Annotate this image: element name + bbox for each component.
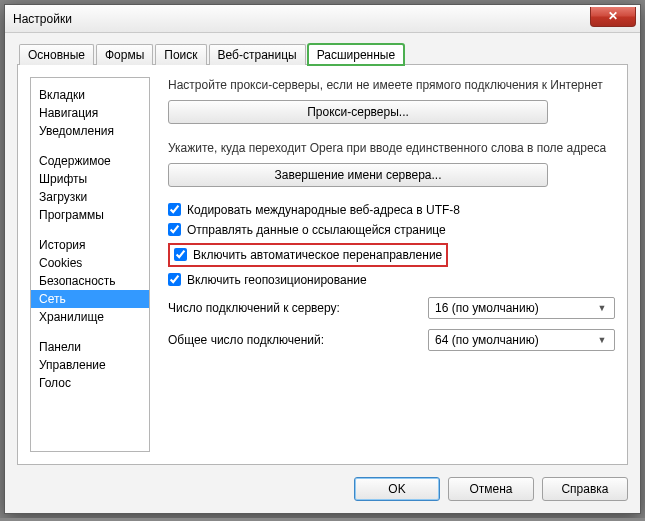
dialog-footer: OK Отмена Справка (17, 465, 628, 501)
settings-window: Настройки ✕ Основные Формы Поиск Веб-стр… (4, 4, 641, 514)
checkbox-row-referer: Отправлять данные о ссылающейся странице (168, 223, 615, 237)
connections-total-label: Общее число подключений: (168, 333, 428, 347)
checkbox-utf8[interactable] (168, 203, 181, 216)
close-button[interactable]: ✕ (590, 7, 636, 27)
server-completion-description: Укажите, куда переходит Opera при вводе … (168, 140, 615, 157)
sidebar-group: ВкладкиНавигацияУведомления (31, 84, 149, 150)
tab-panel: ВкладкиНавигацияУведомленияСодержимоеШри… (17, 65, 628, 465)
tab-search[interactable]: Поиск (155, 44, 206, 65)
proxy-description: Настройте прокси-серверы, если не имеете… (168, 77, 615, 94)
connections-total-combo[interactable]: 64 (по умолчанию) ▼ (428, 329, 615, 351)
checkbox-redirect-label: Включить автоматическое перенаправление (193, 248, 442, 262)
checkbox-row-geo: Включить геопозиционирование (168, 273, 615, 287)
checkbox-geo[interactable] (168, 273, 181, 286)
chevron-down-icon: ▼ (594, 303, 610, 313)
connections-server-combo[interactable]: 16 (по умолчанию) ▼ (428, 297, 615, 319)
connections-total-value: 64 (по умолчанию) (435, 333, 539, 347)
tab-webpages[interactable]: Веб-страницы (209, 44, 306, 65)
titlebar: Настройки ✕ (5, 5, 640, 33)
tab-forms[interactable]: Формы (96, 44, 153, 65)
tab-main[interactable]: Основные (19, 44, 94, 65)
checkbox-row-redirect: Включить автоматическое перенаправление (168, 243, 615, 267)
content-area: Настройте прокси-серверы, если не имеете… (168, 77, 615, 452)
sidebar-item[interactable]: Голос (31, 374, 149, 392)
sidebar-item[interactable]: Навигация (31, 104, 149, 122)
sidebar-item[interactable]: Сеть (31, 290, 149, 308)
checkbox-referer-label: Отправлять данные о ссылающейся странице (187, 223, 446, 237)
connections-server-label: Число подключений к серверу: (168, 301, 428, 315)
tabstrip: Основные Формы Поиск Веб-страницы Расшир… (17, 43, 628, 65)
checkbox-utf8-label: Кодировать международные веб-адреса в UT… (187, 203, 460, 217)
field-connections-server: Число подключений к серверу: 16 (по умол… (168, 297, 615, 319)
checkbox-referer[interactable] (168, 223, 181, 236)
sidebar-item[interactable]: Безопасность (31, 272, 149, 290)
help-button[interactable]: Справка (542, 477, 628, 501)
sidebar-item[interactable]: История (31, 236, 149, 254)
sidebar-item[interactable]: Вкладки (31, 86, 149, 104)
sidebar-item[interactable]: Уведомления (31, 122, 149, 140)
sidebar-item[interactable]: Панели (31, 338, 149, 356)
checkbox-geo-label: Включить геопозиционирование (187, 273, 367, 287)
client-area: Основные Формы Поиск Веб-страницы Расшир… (5, 33, 640, 513)
sidebar-group: ИсторияCookiesБезопасностьСетьХранилище (31, 234, 149, 336)
sidebar-item[interactable]: Управление (31, 356, 149, 374)
sidebar-item[interactable]: Шрифты (31, 170, 149, 188)
window-title: Настройки (13, 12, 72, 26)
cancel-button[interactable]: Отмена (448, 477, 534, 501)
checkbox-row-utf8: Кодировать международные веб-адреса в UT… (168, 203, 615, 217)
field-connections-total: Общее число подключений: 64 (по умолчани… (168, 329, 615, 351)
sidebar-item[interactable]: Хранилище (31, 308, 149, 326)
server-completion-button[interactable]: Завершение имени сервера... (168, 163, 548, 187)
tab-advanced[interactable]: Расширенные (308, 44, 405, 65)
sidebar-item[interactable]: Cookies (31, 254, 149, 272)
connections-server-value: 16 (по умолчанию) (435, 301, 539, 315)
sidebar: ВкладкиНавигацияУведомленияСодержимоеШри… (30, 77, 150, 452)
sidebar-group: ПанелиУправлениеГолос (31, 336, 149, 402)
ok-button[interactable]: OK (354, 477, 440, 501)
sidebar-group: СодержимоеШрифтыЗагрузкиПрограммы (31, 150, 149, 234)
sidebar-item[interactable]: Загрузки (31, 188, 149, 206)
checkbox-redirect[interactable] (174, 248, 187, 261)
sidebar-item[interactable]: Содержимое (31, 152, 149, 170)
sidebar-item[interactable]: Программы (31, 206, 149, 224)
redirect-highlight: Включить автоматическое перенаправление (168, 243, 448, 267)
proxy-servers-button[interactable]: Прокси-серверы... (168, 100, 548, 124)
chevron-down-icon: ▼ (594, 335, 610, 345)
close-icon: ✕ (608, 10, 618, 22)
